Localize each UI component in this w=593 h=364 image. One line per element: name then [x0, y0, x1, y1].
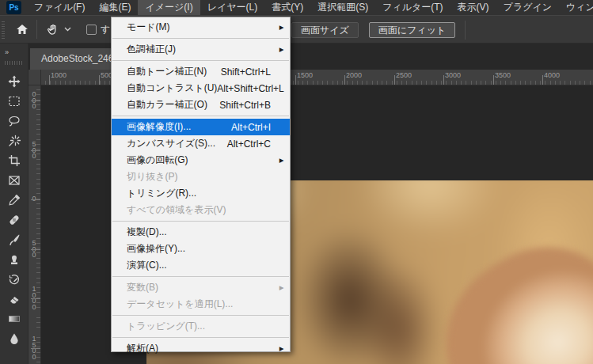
healing-brush-tool-icon[interactable] — [0, 210, 29, 229]
submenu-arrow-icon: ▶ — [279, 24, 284, 31]
menubar-items: ファイル(F)編集(E)イメージ(I)レイヤー(L)書式(Y)選択範囲(S)フィ… — [27, 0, 593, 15]
ruler-major-tick — [31, 100, 40, 101]
options-separator — [36, 20, 37, 39]
tool-options-bar: す 画面サイズ 画面にフィット — [0, 15, 593, 44]
menu-item[interactable]: 自動トーン補正(N)Shift+Ctrl+L — [112, 63, 290, 80]
submenu-arrow-icon: ▶ — [279, 157, 284, 164]
menu-item[interactable]: 複製(D)... — [112, 224, 290, 241]
menu-item[interactable]: 色調補正(J)▶ — [112, 41, 290, 58]
menubar-item[interactable]: 書式(Y) — [264, 0, 310, 15]
menu-item[interactable]: 画像解像度(I)...Alt+Ctrl+I — [112, 119, 290, 135]
menubar-item[interactable]: ウィンドウ(W) — [559, 0, 593, 15]
photoshop-logo-icon[interactable]: Ps — [6, 1, 21, 14]
history-brush-tool-icon[interactable] — [0, 269, 29, 289]
marquee-tool-icon[interactable] — [0, 91, 29, 111]
ruler-label: 2000 — [346, 71, 362, 79]
ruler-major-tick — [394, 75, 395, 85]
menu-item[interactable]: 解析(A)▶ — [112, 340, 290, 357]
menubar-item[interactable]: フィルター(T) — [375, 0, 450, 15]
menu-item-label: 画像の回転(G) — [127, 154, 271, 167]
menu-item[interactable]: 演算(C)... — [112, 257, 290, 274]
menu-item-shortcut: Alt+Ctrl+C — [227, 138, 271, 150]
ruler-label: 1500 — [297, 71, 313, 79]
ruler-major-tick — [443, 75, 444, 85]
options-buttons: 画面サイズ 画面にフィット — [291, 16, 466, 44]
magic-wand-tool-icon[interactable] — [0, 131, 29, 150]
menubar-item[interactable]: 選択範囲(S) — [310, 0, 375, 15]
frame-tool-icon[interactable] — [0, 170, 29, 190]
submenu-arrow-icon: ▶ — [279, 284, 284, 291]
menu-item-label: すべての領域を表示(V) — [127, 203, 271, 217]
menu-item-label: 色調補正(J) — [127, 43, 271, 56]
menu-item: データセットを適用(L)... — [112, 296, 290, 313]
menu-item-label: トリミング(R)... — [127, 187, 271, 200]
ruler-ticks — [36, 85, 40, 364]
eraser-tool-icon[interactable] — [0, 289, 29, 309]
menu-separator — [112, 60, 289, 61]
menu-item-label: 解析(A) — [127, 342, 271, 355]
brush-tool-icon[interactable] — [0, 229, 29, 249]
menubar-item[interactable]: ファイル(F) — [27, 0, 92, 15]
toolbar-expand-icon[interactable]: » — [0, 44, 28, 56]
ruler-major-tick — [344, 75, 345, 85]
gradient-tool-icon[interactable] — [0, 309, 29, 328]
menu-item-shortcut: Shift+Ctrl+L — [221, 66, 271, 78]
menu-separator — [112, 315, 289, 316]
menu-item-label: 複製(D)... — [127, 226, 271, 239]
menu-item[interactable]: モード(M)▶ — [112, 19, 290, 36]
menu-item[interactable]: 自動カラー補正(O)Shift+Ctrl+B — [112, 97, 290, 113]
menu-separator — [112, 116, 289, 116]
menu-item-label: 切り抜き(P) — [127, 170, 271, 184]
submenu-arrow-icon: ▶ — [279, 46, 284, 53]
menu-item-label: 画像解像度(I)... — [127, 120, 231, 134]
menu-item[interactable]: カンバスサイズ(S)...Alt+Ctrl+C — [112, 135, 290, 152]
menu-item[interactable]: 画像操作(Y)... — [112, 241, 290, 257]
menu-item[interactable]: 自動コントラスト(U)Alt+Shift+Ctrl+L — [112, 80, 290, 97]
menu-item[interactable]: トリミング(R)... — [112, 185, 290, 202]
menu-separator — [112, 38, 289, 39]
scroll-all-windows-checkbox[interactable]: す — [86, 23, 110, 36]
fit-screen-button[interactable]: 画面にフィット — [369, 22, 455, 38]
menu-separator — [112, 337, 289, 338]
ruler-label: 3500 — [495, 71, 511, 79]
menubar-item[interactable]: イメージ(I) — [138, 0, 200, 15]
chevron-down-icon[interactable] — [63, 25, 72, 34]
ruler-label: 4000 — [544, 71, 560, 79]
menubar-item[interactable]: レイヤー(L) — [200, 0, 265, 15]
options-bar-grip[interactable] — [2, 20, 5, 39]
home-icon[interactable] — [14, 21, 30, 37]
lasso-tool-icon[interactable] — [0, 111, 29, 131]
app-menubar: Ps ファイル(F)編集(E)イメージ(I)レイヤー(L)書式(Y)選択範囲(S… — [0, 0, 593, 15]
ruler-label: 3000 — [445, 71, 461, 79]
menu-item-label: 画像操作(Y)... — [127, 242, 271, 256]
menubar-item[interactable]: 編集(E) — [92, 0, 138, 15]
menubar-item[interactable]: 表示(V) — [450, 0, 496, 15]
menu-item: 変数(B)▶ — [112, 279, 290, 296]
move-tool-icon[interactable] — [0, 71, 29, 91]
menubar-item[interactable]: プラグイン — [496, 0, 559, 15]
ruler-major-tick — [493, 75, 494, 85]
submenu-arrow-icon: ▶ — [279, 345, 284, 352]
tool-list — [0, 71, 28, 348]
ruler-major-tick — [49, 75, 50, 85]
hand-tool-icon[interactable] — [45, 21, 61, 37]
tools-panel: » — [0, 44, 29, 364]
actual-size-button[interactable]: 画面サイズ — [291, 22, 359, 38]
ruler-major-tick — [31, 249, 40, 250]
toolbar-grip[interactable] — [5, 61, 24, 65]
menu-item[interactable]: 画像の回転(G)▶ — [112, 152, 290, 169]
menu-item-shortcut: Shift+Ctrl+B — [219, 100, 271, 111]
menu-item-label: 自動コントラスト(U) — [127, 82, 217, 95]
eyedropper-tool-icon[interactable] — [0, 190, 29, 210]
vertical-ruler[interactable]: 0 0 05 0 005 0 01 0 0 01 5 0 0 — [29, 85, 41, 364]
ruler-origin-corner[interactable] — [29, 70, 41, 85]
clone-stamp-tool-icon[interactable] — [0, 249, 29, 269]
menu-item-label: トラッピング(T)... — [127, 320, 271, 333]
checkbox-icon[interactable] — [86, 25, 97, 35]
image-menu-dropdown: モード(M)▶色調補正(J)▶自動トーン補正(N)Shift+Ctrl+L自動コ… — [111, 17, 291, 352]
ruler-major-tick — [31, 348, 40, 349]
crop-tool-icon[interactable] — [0, 150, 29, 170]
ruler-label: 2500 — [396, 71, 412, 79]
blur-tool-icon[interactable] — [0, 328, 29, 348]
menu-item-shortcut: Alt+Shift+Ctrl+L — [217, 83, 283, 94]
